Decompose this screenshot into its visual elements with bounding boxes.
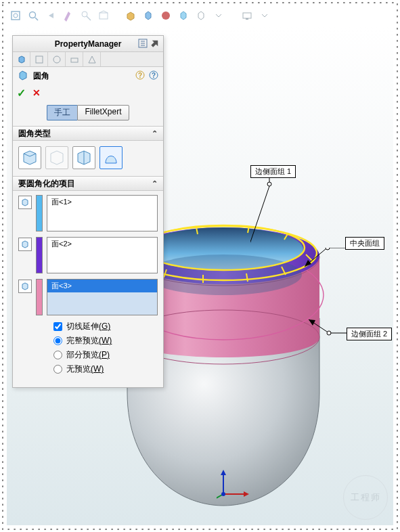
- callout-side2: 边侧面组 2: [347, 328, 392, 340]
- reject-button[interactable]: ✕: [32, 87, 41, 98]
- fillet-type-constant[interactable]: [18, 146, 41, 169]
- center-face-list[interactable]: 面<2>: [47, 237, 158, 273]
- svg-rect-7: [99, 13, 108, 19]
- pick-face-icon[interactable]: [18, 280, 32, 293]
- no-preview-input[interactable]: [53, 365, 62, 374]
- full-preview-input[interactable]: [53, 336, 62, 345]
- chevron-up-icon: ⌃: [152, 129, 158, 138]
- mode-manual-button[interactable]: 手工: [47, 105, 77, 120]
- tangent-checkbox-input[interactable]: [53, 322, 62, 331]
- svg-point-36: [327, 331, 331, 335]
- section-items-label: 要圆角化的项目: [18, 178, 75, 190]
- chevron-up-icon: ⌃: [152, 179, 158, 188]
- fillet-type-face[interactable]: [72, 146, 95, 169]
- zoom-area-icon[interactable]: [27, 9, 39, 22]
- dropdown-icon[interactable]: [213, 9, 225, 22]
- pm-detailed-help-icon[interactable]: ?: [135, 70, 146, 83]
- feature-header: 圆角 ? ?: [13, 67, 163, 85]
- svg-point-8: [162, 12, 170, 20]
- list-item[interactable]: 面<1>: [47, 196, 157, 208]
- side-face-set-2-row: 面<3>: [18, 279, 158, 315]
- svg-point-3: [14, 14, 18, 18]
- watermark-badge: 工程师: [343, 475, 388, 520]
- side-face-set-1-row: 面<1>: [18, 195, 158, 231]
- pm-title-bar: PropertyManager: [13, 36, 163, 52]
- pm-tabs: [13, 52, 163, 67]
- section-view-icon[interactable]: [62, 9, 74, 22]
- section-fillet-type-label: 圆角类型: [18, 128, 51, 139]
- svg-rect-2: [12, 12, 20, 20]
- no-preview-radio[interactable]: 无预览(W): [53, 363, 152, 375]
- tab-config-icon[interactable]: [66, 52, 83, 66]
- view-settings-icon[interactable]: [195, 9, 207, 22]
- svg-point-41: [221, 492, 225, 496]
- fillet-type-full-round[interactable]: [99, 146, 123, 169]
- partial-preview-radio[interactable]: 部分预览(P): [53, 349, 152, 361]
- svg-rect-46: [36, 56, 43, 63]
- swatch-1: [36, 195, 43, 231]
- svg-point-30: [267, 182, 271, 186]
- swatch-3: [36, 279, 43, 315]
- tab-dimxpert-icon[interactable]: [83, 52, 101, 66]
- leader-side1: [250, 177, 291, 259]
- svg-point-33: [326, 248, 330, 250]
- items-container: 面<1> 面<2> 面<3> 切线延伸(G) 完整预览(W): [13, 191, 163, 387]
- hide-show-icon[interactable]: [142, 9, 154, 22]
- zoom-fit-icon[interactable]: [9, 9, 22, 22]
- svg-text:?: ?: [152, 72, 156, 79]
- mode-toggle: 手工 FilletXpert: [13, 101, 163, 126]
- preview-options: 切线延伸(G) 完整预览(W) 部分预览(P) 无预览(W): [18, 321, 158, 380]
- svg-line-5: [35, 18, 38, 20]
- view-toolbar: [9, 7, 391, 24]
- center-face-set-row: 面<2>: [18, 237, 158, 273]
- leader-center: [303, 248, 351, 282]
- pm-title-text: PropertyManager: [55, 39, 122, 49]
- tab-property-icon[interactable]: [48, 52, 66, 66]
- svg-rect-10: [246, 18, 248, 20]
- svg-rect-9: [243, 13, 251, 18]
- prev-view-icon[interactable]: [45, 9, 57, 22]
- pm-help-icon[interactable]: ?: [148, 70, 159, 83]
- fillet-type-row: [13, 141, 163, 176]
- edit-appearance-icon[interactable]: [160, 9, 172, 22]
- svg-rect-48: [71, 58, 78, 62]
- partial-preview-input[interactable]: [53, 351, 62, 359]
- callout-side1: 边侧面组 1: [250, 165, 296, 178]
- svg-text:?: ?: [138, 72, 142, 79]
- section-fillet-type[interactable]: 圆角类型 ⌃: [13, 126, 163, 141]
- side-face-1-list[interactable]: 面<1>: [47, 195, 158, 231]
- render-icon[interactable]: [241, 9, 253, 22]
- svg-point-4: [30, 12, 36, 18]
- pm-pin-icon[interactable]: [150, 38, 160, 49]
- section-items[interactable]: 要圆角化的项目 ⌃: [13, 176, 163, 191]
- callout-center: 中央面组: [345, 237, 384, 250]
- mode-filletxpert-button[interactable]: FilletXpert: [77, 105, 129, 120]
- svg-line-31: [250, 186, 269, 252]
- tangent-prop-checkbox[interactable]: 切线延伸(G): [53, 321, 152, 332]
- feature-name: 圆角: [33, 70, 49, 82]
- list-item[interactable]: 面<3>: [47, 280, 157, 292]
- accept-button[interactable]: ✓: [17, 87, 26, 99]
- fillet-type-variable[interactable]: [45, 146, 68, 169]
- accept-reject-row: ✓ ✕: [13, 85, 163, 101]
- pick-face-icon[interactable]: [18, 238, 32, 251]
- scene-icon[interactable]: [177, 9, 190, 22]
- swatch-2: [36, 237, 43, 273]
- svg-point-47: [53, 56, 60, 63]
- full-preview-radio[interactable]: 完整预览(W): [53, 335, 152, 347]
- list-item[interactable]: 面<2>: [47, 238, 157, 250]
- tab-feature-icon[interactable]: [13, 52, 30, 66]
- display-style-icon[interactable]: [125, 9, 137, 22]
- pick-face-icon[interactable]: [18, 196, 32, 209]
- side-face-2-list[interactable]: 面<3>: [47, 279, 158, 315]
- view-orient-icon[interactable]: [97, 9, 110, 22]
- tab-display-icon[interactable]: [30, 52, 48, 66]
- pm-options-icon[interactable]: [137, 38, 148, 49]
- more-icon[interactable]: [259, 9, 271, 22]
- svg-point-6: [82, 12, 87, 17]
- orientation-triad: [217, 467, 250, 501]
- dyn-zoom-icon[interactable]: [80, 9, 92, 22]
- property-manager-panel: PropertyManager 圆角 ? ? ✓ ✕ 手工 FilletXper…: [12, 35, 164, 388]
- fillet-feature-icon: [17, 69, 29, 83]
